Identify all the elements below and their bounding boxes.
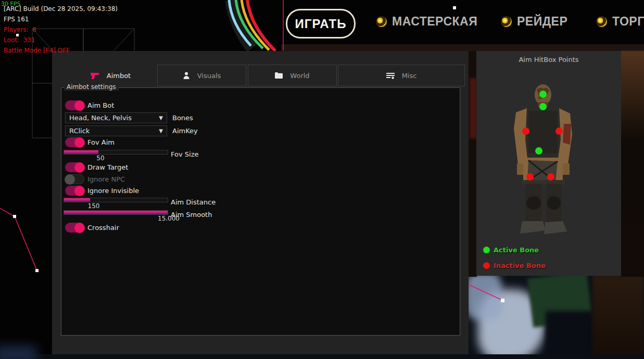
legend-label: Inactive Bone: [494, 262, 546, 270]
play-button[interactable]: ИГРАТЬ: [286, 9, 356, 39]
menu-item-workshop[interactable]: МАСТЕРСКАЯ: [376, 15, 477, 29]
slider-fill: [64, 198, 90, 202]
aim-bot-toggle[interactable]: [65, 100, 84, 110]
group-title: Aimbot settings: [64, 83, 119, 91]
ignore-invisible-toggle[interactable]: [65, 186, 84, 196]
fov-size-value: 50: [96, 155, 104, 162]
aim-distance-value: 150: [88, 202, 100, 210]
menu-item-label: РЕЙДЕР: [517, 15, 567, 29]
slider-fill: [64, 211, 168, 214]
crosshair-toggle[interactable]: [65, 223, 84, 233]
tab-label: Visuals: [197, 72, 221, 80]
aimkey-value: RClick: [69, 127, 90, 135]
ignore-npc-label: Ignore NPC: [87, 175, 125, 183]
bones-select[interactable]: Head, Neck, Pelvis ▼: [65, 112, 167, 123]
player-model-preview: [476, 51, 621, 276]
tab-misc[interactable]: Misc: [338, 65, 465, 86]
fov-aim-toggle[interactable]: [65, 137, 84, 147]
pistol-icon: [91, 72, 99, 79]
draw-target-toggle[interactable]: [65, 162, 84, 172]
chevron-down-icon: ▼: [159, 115, 163, 121]
legend-label: Active Bone: [494, 246, 539, 254]
menu-item-trade[interactable]: ТОРГО: [596, 15, 644, 29]
ignore-invisible-label: Ignore Invisible: [87, 187, 139, 195]
folder-icon: [275, 72, 283, 79]
aimkey-select[interactable]: RClick ▼: [65, 125, 167, 136]
person-icon: [183, 72, 190, 79]
red-dot-icon: [483, 262, 490, 269]
green-dot-icon: [483, 247, 490, 253]
hitbox-panel-title: Aim HitBox Points: [476, 56, 621, 63]
rainbow-trail: [229, 0, 275, 51]
aim-smooth-slider[interactable]: [64, 210, 168, 215]
screen: 30 FPS [ARC] Build (Dec 28 2025, 09:43:3…: [0, 0, 644, 359]
cheat-menu-panel: Aimbot Visuals World: [52, 51, 469, 359]
menu-item-label: МАСТЕРСКАЯ: [392, 15, 477, 29]
menu-item-label: ТОРГО: [612, 15, 644, 29]
bones-label: Bones: [172, 114, 193, 122]
chevron-down-icon: ▼: [159, 128, 163, 134]
legend-inactive-bone: Inactive Bone: [483, 262, 546, 270]
menu-item-raider[interactable]: РЕЙДЕР: [501, 15, 567, 29]
fov-size-slider[interactable]: [64, 150, 168, 155]
sliders-icon: [386, 72, 395, 79]
aimkey-label: AimKey: [172, 127, 198, 135]
aimbot-settings-group: Aimbot settings Aim Bot Head, Neck, Pelv…: [61, 87, 460, 336]
aim-smooth-label: Aim Smooth: [171, 211, 212, 219]
tab-label: Misc: [402, 72, 417, 80]
background-glow: [0, 346, 36, 359]
fov-size-label: Fov Size: [171, 150, 198, 158]
fov-aim-label: Fov Aim: [87, 138, 115, 146]
hitbox-panel: Aim HitBox Points: [476, 51, 621, 276]
tab-world[interactable]: World: [248, 65, 337, 86]
ignore-npc-toggle[interactable]: [65, 174, 84, 184]
coin-icon: [501, 16, 512, 27]
coin-icon: [376, 16, 387, 27]
aim-bot-label: Aim Bot: [87, 101, 114, 109]
tab-visuals[interactable]: Visuals: [157, 65, 246, 86]
legend-active-bone: Active Bone: [483, 246, 539, 254]
slider-fill: [64, 150, 98, 154]
bones-value: Head, Neck, Pelvis: [69, 114, 132, 122]
crosshair-label: Crosshair: [87, 224, 119, 232]
tab-label: Aimbot: [107, 72, 131, 80]
tab-label: World: [290, 72, 309, 80]
coin-icon: [596, 16, 607, 27]
aim-distance-label: Aim Distance: [171, 198, 216, 206]
draw-target-label: Draw Target: [87, 163, 128, 171]
aim-distance-slider[interactable]: [64, 198, 168, 202]
